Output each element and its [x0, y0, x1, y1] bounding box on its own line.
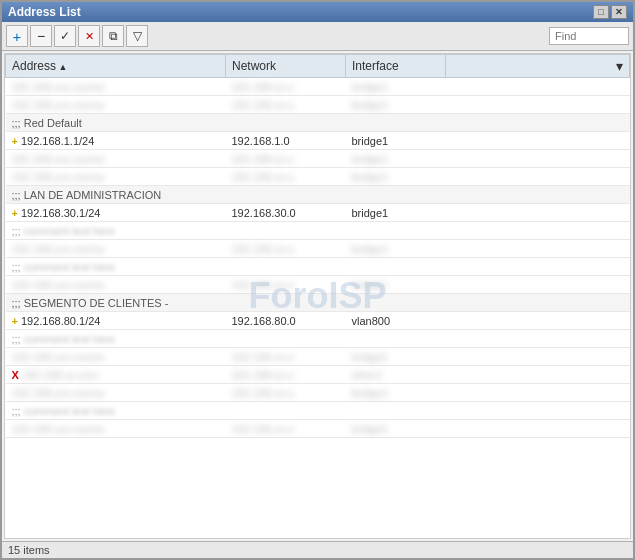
network-cell: 192.168.80.0	[226, 312, 346, 330]
extra-cell	[446, 168, 630, 186]
interface-cell: vlan800	[346, 312, 446, 330]
table-row[interactable]: ;;; comment text here	[6, 258, 630, 276]
comment-interface	[346, 258, 446, 276]
extra-cell	[446, 78, 630, 96]
title-bar-buttons: □ ✕	[593, 5, 627, 19]
x-interface: ether1	[346, 366, 446, 384]
blurred-network: 192.168.xx.x	[226, 420, 346, 438]
filter-button[interactable]: ▽	[126, 25, 148, 47]
table-row[interactable]: ;;; LAN DE ADMINISTRACION	[6, 186, 630, 204]
remove-button[interactable]: −	[30, 25, 52, 47]
table-row[interactable]: 192.168.xxx.xxx/xx192.168.xx.xbridge1	[6, 420, 630, 438]
table-row[interactable]: +192.168.1.1/24192.168.1.0bridge1	[6, 132, 630, 150]
group-header-cell: ;;; Red Default	[6, 114, 630, 132]
add-button[interactable]: +	[6, 25, 28, 47]
blurred-address: 192.168.xxx.xxx/xx	[6, 348, 226, 366]
close-button[interactable]: ✕	[611, 5, 627, 19]
search-input[interactable]	[549, 27, 629, 45]
blurred-address: 192.168.xxx.xxx/xx	[6, 150, 226, 168]
extra-cell	[446, 150, 630, 168]
table-row[interactable]: 192.168.xxx.xxx/xx192.168.xx.xbridge1	[6, 240, 630, 258]
comment-cell: ;;; comment text here	[6, 402, 226, 420]
col-extra: ▾	[446, 55, 630, 78]
comment-network	[226, 330, 346, 348]
address-cell: +192.168.1.1/24	[6, 132, 226, 150]
blurred-interface: bridge1	[346, 240, 446, 258]
x-network: 192.168.xx.x	[226, 366, 346, 384]
table-row[interactable]: X 192.168.xx.x/xx192.168.xx.xether1	[6, 366, 630, 384]
table-row[interactable]: +192.168.80.1/24192.168.80.0vlan800	[6, 312, 630, 330]
col-interface[interactable]: Interface	[346, 55, 446, 78]
extra-cell	[446, 348, 630, 366]
table-row[interactable]: +192.168.30.1/24192.168.30.0bridge1	[6, 204, 630, 222]
table-row[interactable]: 192.168.xxx.xxx/xx192.168.xx.xbridge1	[6, 96, 630, 114]
disable-button[interactable]: ✕	[78, 25, 100, 47]
network-cell: 192.168.1.0	[226, 132, 346, 150]
extra-cell	[446, 240, 630, 258]
table-row[interactable]: 192.168.xxx.xxx/xx192.168.xx.xbridge1	[6, 384, 630, 402]
address-cell: +192.168.80.1/24	[6, 312, 226, 330]
network-cell: 192.168.30.0	[226, 204, 346, 222]
comment-interface	[346, 222, 446, 240]
col-network[interactable]: Network	[226, 55, 346, 78]
table-scroll[interactable]: Address Network Interface ▾ 192.168.xxx.…	[4, 53, 631, 539]
blurred-network: 192.168.xx.x	[226, 276, 346, 294]
blurred-interface: bridge1	[346, 150, 446, 168]
comment-interface	[346, 402, 446, 420]
blurred-address: 192.168.xxx.xxx/xx	[6, 384, 226, 402]
extra-cell	[446, 132, 630, 150]
x-address: X 192.168.xx.x/xx	[6, 366, 226, 384]
blurred-address: 192.168.xxx.xxx/xx	[6, 420, 226, 438]
col-address[interactable]: Address	[6, 55, 226, 78]
blurred-network: 192.168.xx.x	[226, 384, 346, 402]
blurred-network: 192.168.xx.x	[226, 78, 346, 96]
table-row[interactable]: 192.168.xxx.xxx/xx192.168.xx.xbridge1	[6, 348, 630, 366]
table-row[interactable]: 192.168.xxx.xxx/xx192.168.xx.xbridge1	[6, 150, 630, 168]
interface-cell: bridge1	[346, 132, 446, 150]
blurred-interface: bridge1	[346, 420, 446, 438]
blurred-interface: bridge1	[346, 348, 446, 366]
status-bar: 15 items	[2, 541, 633, 558]
table-row[interactable]: ;;; comment text here	[6, 222, 630, 240]
group-header-cell: ;;; LAN DE ADMINISTRACION	[6, 186, 630, 204]
extra-cell	[446, 420, 630, 438]
blurred-network: 192.168.xx.x	[226, 150, 346, 168]
comment-network	[226, 402, 346, 420]
comment-interface	[346, 330, 446, 348]
minimize-button[interactable]: □	[593, 5, 609, 19]
toolbar: + − ✓ ✕ ⧉ ▽	[2, 22, 633, 51]
table-wrapper: ForoISP Address Network Interface ▾ 192.…	[4, 53, 631, 539]
blurred-address: 192.168.xxx.xxx/xx	[6, 240, 226, 258]
blurred-address: 192.168.xxx.xxx/xx	[6, 78, 226, 96]
table-header-row: Address Network Interface ▾	[6, 55, 630, 78]
blurred-network: 192.168.xx.x	[226, 348, 346, 366]
enable-button[interactable]: ✓	[54, 25, 76, 47]
comment-network	[226, 222, 346, 240]
extra-cell	[446, 96, 630, 114]
blurred-network: 192.168.xx.x	[226, 96, 346, 114]
table-row[interactable]: ;;; SEGMENTO DE CLIENTES -	[6, 294, 630, 312]
blurred-address: 192.168.xxx.xxx/xx	[6, 96, 226, 114]
blurred-network: 192.168.xx.x	[226, 240, 346, 258]
main-window: Address List □ ✕ + − ✓ ✕ ⧉ ▽ ForoISP Add…	[0, 0, 635, 560]
extra-cell	[446, 204, 630, 222]
table-row[interactable]: ;;; comment text here	[6, 330, 630, 348]
status-text: 15 items	[8, 544, 50, 556]
extra-cell	[446, 276, 630, 294]
window-title: Address List	[8, 5, 81, 19]
table-row[interactable]: 192.168.xxx.xxx/xx192.168.xx.xbridge1	[6, 78, 630, 96]
blurred-address: 192.168.xxx.xxx/xx	[6, 168, 226, 186]
table-row[interactable]: 192.168.xxx.xxx/xx192.168.xx.xbridge1	[6, 168, 630, 186]
table-row[interactable]: ;;; comment text here	[6, 402, 630, 420]
blurred-interface: bridge1	[346, 78, 446, 96]
comment-cell: ;;; comment text here	[6, 258, 226, 276]
title-bar: Address List □ ✕	[2, 2, 633, 22]
address-cell: +192.168.30.1/24	[6, 204, 226, 222]
extra-cell	[446, 384, 630, 402]
copy-button[interactable]: ⧉	[102, 25, 124, 47]
table-row[interactable]: 192.168.xxx.xxx/xx192.168.xx.xbridge1	[6, 276, 630, 294]
extra-cell	[446, 312, 630, 330]
blurred-address: 192.168.xxx.xxx/xx	[6, 276, 226, 294]
table-row[interactable]: ;;; Red Default	[6, 114, 630, 132]
blurred-interface: bridge1	[346, 96, 446, 114]
